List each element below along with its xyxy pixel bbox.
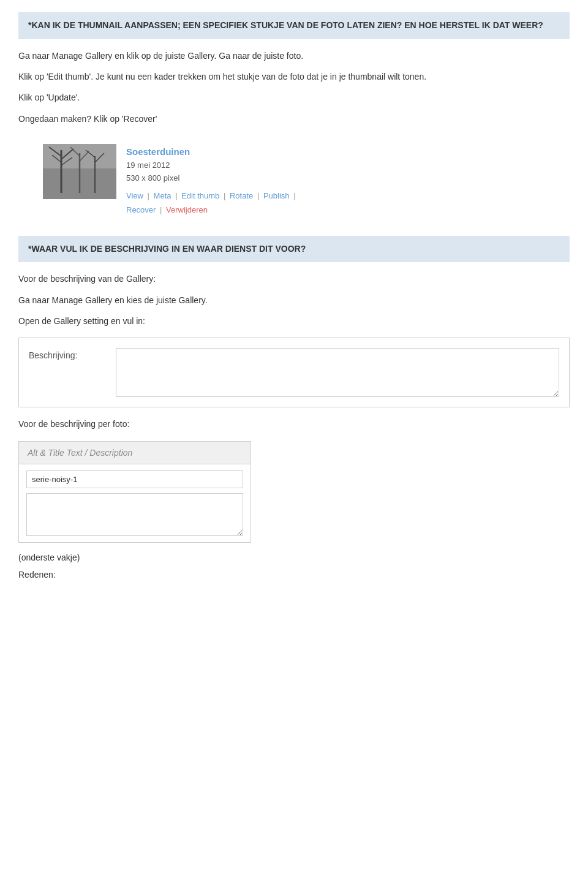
meta-box-content bbox=[19, 464, 251, 542]
section2-header: *WAAR VUL IK DE BESCHRIJVING IN EN WAAR … bbox=[18, 236, 570, 263]
section2-line3: Open de Gallery setting en vul in: bbox=[18, 314, 570, 328]
beschrijving-textarea[interactable] bbox=[116, 348, 559, 397]
section2-line2: Ga naar Manage Gallery en kies de juiste… bbox=[18, 293, 570, 307]
action-verwijderen[interactable]: Verwijderen bbox=[166, 205, 208, 214]
section1-step2: Klik op 'Edit thumb'. Je kunt nu een kad… bbox=[18, 70, 570, 83]
action-publish[interactable]: Publish bbox=[263, 191, 290, 200]
action-view[interactable]: View bbox=[126, 191, 143, 200]
section1-step3: Klik op 'Update'. bbox=[18, 91, 570, 104]
gallery-date: 19 mei 2012 530 x 800 pixel bbox=[126, 159, 298, 185]
meta-box: Alt & Title Text / Description bbox=[18, 441, 251, 543]
gallery-card: Soesterduinen 19 mei 2012 530 x 800 pixe… bbox=[43, 144, 570, 217]
sep1: | bbox=[148, 191, 149, 200]
action-meta[interactable]: Meta bbox=[154, 191, 172, 200]
meta-title-input[interactable] bbox=[26, 470, 243, 488]
gallery-info: Soesterduinen 19 mei 2012 530 x 800 pixe… bbox=[126, 144, 298, 217]
sep5: | bbox=[293, 191, 295, 200]
section1-header: *KAN IK DE THUMNAIL AANPASSEN; EEN SPECI… bbox=[18, 12, 570, 39]
section2-line1: Voor de beschrijving van de Gallery: bbox=[18, 272, 570, 285]
section1-step1: Ga naar Manage Gallery en klik op de jui… bbox=[18, 49, 570, 62]
action-rotate[interactable]: Rotate bbox=[230, 191, 253, 200]
gallery-actions: View | Meta | Edit thumb | Rotate | Publ… bbox=[126, 189, 298, 217]
action-edit-thumb[interactable]: Edit thumb bbox=[181, 191, 219, 200]
gallery-title: Soesterduinen bbox=[126, 146, 298, 157]
beschrijving-label: Beschrijving: bbox=[29, 348, 108, 360]
action-recover[interactable]: Recover bbox=[126, 205, 156, 214]
gallery-thumbnail bbox=[43, 144, 116, 199]
bottom-note2: Redenen: bbox=[18, 570, 570, 580]
section1-step4: Ongedaan maken? Klik op 'Recover' bbox=[18, 112, 570, 126]
sep3: | bbox=[224, 191, 225, 200]
beschrijving-form-row: Beschrijving: bbox=[18, 338, 570, 407]
bottom-note1: (onderste vakje) bbox=[18, 553, 570, 562]
sep4: | bbox=[257, 191, 259, 200]
sep6: | bbox=[160, 205, 162, 214]
meta-box-header: Alt & Title Text / Description bbox=[19, 442, 251, 464]
meta-description-textarea[interactable] bbox=[26, 493, 243, 536]
sep2: | bbox=[175, 191, 177, 200]
section2-line4: Voor de beschrijving per foto: bbox=[18, 417, 570, 431]
